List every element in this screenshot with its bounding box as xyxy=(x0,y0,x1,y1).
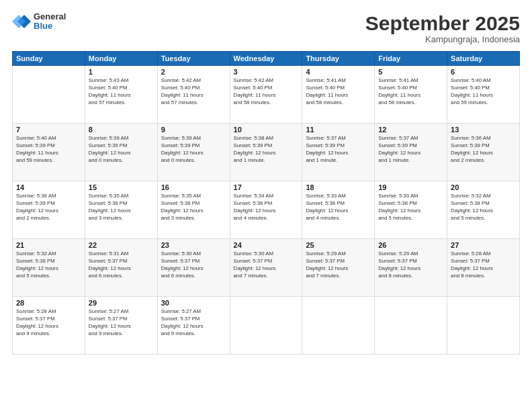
day-number: 23 xyxy=(161,241,226,249)
calendar-cell xyxy=(230,297,302,355)
day-number: 29 xyxy=(89,299,154,307)
calendar-week-3: 21Sunrise: 5:32 AM Sunset: 5:38 PM Dayli… xyxy=(13,239,520,297)
day-info: Sunrise: 5:29 AM Sunset: 5:37 PM Dayligh… xyxy=(306,250,371,280)
calendar-cell: 22Sunrise: 5:31 AM Sunset: 5:37 PM Dayli… xyxy=(85,239,157,297)
day-number: 15 xyxy=(89,183,154,191)
day-number: 17 xyxy=(234,183,299,191)
day-number: 20 xyxy=(451,183,516,191)
day-info: Sunrise: 5:33 AM Sunset: 5:38 PM Dayligh… xyxy=(378,193,443,222)
calendar-cell: 7Sunrise: 5:40 AM Sunset: 5:39 PM Daylig… xyxy=(13,124,85,181)
calendar-cell: 2Sunrise: 5:42 AM Sunset: 5:40 PM Daylig… xyxy=(157,66,230,124)
calendar-cell: 18Sunrise: 5:33 AM Sunset: 5:38 PM Dayli… xyxy=(302,181,375,239)
calendar-cell xyxy=(302,297,375,355)
calendar-cell: 15Sunrise: 5:35 AM Sunset: 5:38 PM Dayli… xyxy=(85,181,157,239)
calendar-cell: 5Sunrise: 5:41 AM Sunset: 5:40 PM Daylig… xyxy=(375,66,447,124)
day-info: Sunrise: 5:36 AM Sunset: 5:39 PM Dayligh… xyxy=(451,135,516,165)
calendar-cell: 26Sunrise: 5:29 AM Sunset: 5:37 PM Dayli… xyxy=(375,239,447,297)
day-info: Sunrise: 5:42 AM Sunset: 5:40 PM Dayligh… xyxy=(161,77,226,107)
header: General Blue September 2025 Kampungraja,… xyxy=(12,12,520,44)
logo-icon xyxy=(12,12,31,31)
day-info: Sunrise: 5:34 AM Sunset: 5:38 PM Dayligh… xyxy=(234,193,299,222)
calendar-week-4: 28Sunrise: 5:28 AM Sunset: 5:37 PM Dayli… xyxy=(13,297,520,355)
calendar-week-2: 14Sunrise: 5:36 AM Sunset: 5:39 PM Dayli… xyxy=(13,181,520,239)
calendar-cell: 12Sunrise: 5:37 AM Sunset: 5:39 PM Dayli… xyxy=(375,124,447,181)
day-info: Sunrise: 5:30 AM Sunset: 5:37 PM Dayligh… xyxy=(161,250,226,280)
day-number: 2 xyxy=(161,68,226,76)
day-info: Sunrise: 5:39 AM Sunset: 5:39 PM Dayligh… xyxy=(89,135,154,165)
calendar-cell: 17Sunrise: 5:34 AM Sunset: 5:38 PM Dayli… xyxy=(230,181,302,239)
day-info: Sunrise: 5:32 AM Sunset: 5:38 PM Dayligh… xyxy=(16,250,81,280)
calendar-cell xyxy=(447,297,520,355)
day-number: 4 xyxy=(306,68,371,76)
day-info: Sunrise: 5:40 AM Sunset: 5:40 PM Dayligh… xyxy=(451,77,516,107)
calendar-cell: 27Sunrise: 5:28 AM Sunset: 5:37 PM Dayli… xyxy=(447,239,520,297)
calendar-cell: 25Sunrise: 5:29 AM Sunset: 5:37 PM Dayli… xyxy=(302,239,375,297)
calendar-cell: 1Sunrise: 5:43 AM Sunset: 5:40 PM Daylig… xyxy=(85,66,157,124)
day-number: 18 xyxy=(306,183,371,191)
day-info: Sunrise: 5:30 AM Sunset: 5:37 PM Dayligh… xyxy=(234,250,299,280)
day-number: 13 xyxy=(451,126,516,134)
day-info: Sunrise: 5:43 AM Sunset: 5:40 PM Dayligh… xyxy=(89,77,154,107)
location: Kampungraja, Indonesia xyxy=(365,34,520,44)
col-header-sunday: Sunday xyxy=(13,52,85,66)
calendar-cell: 20Sunrise: 5:32 AM Sunset: 5:38 PM Dayli… xyxy=(447,181,520,239)
month-title: September 2025 xyxy=(365,12,520,34)
logo: General Blue xyxy=(12,12,66,32)
day-number: 19 xyxy=(378,183,443,191)
day-number: 12 xyxy=(378,126,443,134)
title-block: September 2025 Kampungraja, Indonesia xyxy=(365,12,520,44)
day-info: Sunrise: 5:41 AM Sunset: 5:40 PM Dayligh… xyxy=(306,77,371,107)
calendar-cell: 16Sunrise: 5:35 AM Sunset: 5:38 PM Dayli… xyxy=(157,181,230,239)
day-info: Sunrise: 5:35 AM Sunset: 5:38 PM Dayligh… xyxy=(89,193,154,222)
day-number: 8 xyxy=(89,126,154,134)
day-number: 7 xyxy=(16,126,81,134)
col-header-thursday: Thursday xyxy=(302,52,375,66)
day-info: Sunrise: 5:41 AM Sunset: 5:40 PM Dayligh… xyxy=(378,77,443,107)
day-info: Sunrise: 5:28 AM Sunset: 5:37 PM Dayligh… xyxy=(451,250,516,280)
calendar-cell: 24Sunrise: 5:30 AM Sunset: 5:37 PM Dayli… xyxy=(230,239,302,297)
day-info: Sunrise: 5:35 AM Sunset: 5:38 PM Dayligh… xyxy=(161,193,226,222)
day-number: 6 xyxy=(451,68,516,76)
calendar-cell xyxy=(13,66,85,124)
calendar-cell: 29Sunrise: 5:27 AM Sunset: 5:37 PM Dayli… xyxy=(85,297,157,355)
day-info: Sunrise: 5:32 AM Sunset: 5:38 PM Dayligh… xyxy=(451,193,516,222)
day-info: Sunrise: 5:37 AM Sunset: 5:39 PM Dayligh… xyxy=(378,135,443,165)
day-number: 16 xyxy=(161,183,226,191)
day-info: Sunrise: 5:29 AM Sunset: 5:37 PM Dayligh… xyxy=(378,250,443,280)
day-number: 3 xyxy=(234,68,299,76)
day-info: Sunrise: 5:39 AM Sunset: 5:39 PM Dayligh… xyxy=(161,135,226,165)
day-number: 26 xyxy=(378,241,443,249)
calendar-cell: 8Sunrise: 5:39 AM Sunset: 5:39 PM Daylig… xyxy=(85,124,157,181)
calendar-cell: 4Sunrise: 5:41 AM Sunset: 5:40 PM Daylig… xyxy=(302,66,375,124)
logo-line2: Blue xyxy=(34,21,66,31)
col-header-monday: Monday xyxy=(85,52,157,66)
day-info: Sunrise: 5:33 AM Sunset: 5:38 PM Dayligh… xyxy=(306,193,371,222)
day-number: 11 xyxy=(306,126,371,134)
day-info: Sunrise: 5:27 AM Sunset: 5:37 PM Dayligh… xyxy=(89,308,154,338)
calendar-cell: 30Sunrise: 5:27 AM Sunset: 5:37 PM Dayli… xyxy=(157,297,230,355)
day-info: Sunrise: 5:36 AM Sunset: 5:39 PM Dayligh… xyxy=(16,193,81,222)
calendar-cell: 28Sunrise: 5:28 AM Sunset: 5:37 PM Dayli… xyxy=(13,297,85,355)
day-info: Sunrise: 5:31 AM Sunset: 5:37 PM Dayligh… xyxy=(89,250,154,280)
calendar-cell: 13Sunrise: 5:36 AM Sunset: 5:39 PM Dayli… xyxy=(447,124,520,181)
calendar-cell: 19Sunrise: 5:33 AM Sunset: 5:38 PM Dayli… xyxy=(375,181,447,239)
col-header-wednesday: Wednesday xyxy=(230,52,302,66)
col-header-friday: Friday xyxy=(375,52,447,66)
day-info: Sunrise: 5:40 AM Sunset: 5:39 PM Dayligh… xyxy=(16,135,81,165)
col-header-saturday: Saturday xyxy=(447,52,520,66)
day-number: 28 xyxy=(16,299,81,307)
day-number: 27 xyxy=(451,241,516,249)
day-number: 22 xyxy=(89,241,154,249)
calendar-week-1: 7Sunrise: 5:40 AM Sunset: 5:39 PM Daylig… xyxy=(13,124,520,181)
day-number: 24 xyxy=(234,241,299,249)
calendar-cell: 6Sunrise: 5:40 AM Sunset: 5:40 PM Daylig… xyxy=(447,66,520,124)
day-info: Sunrise: 5:38 AM Sunset: 5:39 PM Dayligh… xyxy=(234,135,299,165)
calendar-header-row: SundayMondayTuesdayWednesdayThursdayFrid… xyxy=(13,52,520,66)
calendar-cell: 10Sunrise: 5:38 AM Sunset: 5:39 PM Dayli… xyxy=(230,124,302,181)
page: General Blue September 2025 Kampungraja,… xyxy=(0,0,532,411)
col-header-tuesday: Tuesday xyxy=(157,52,230,66)
calendar-cell: 11Sunrise: 5:37 AM Sunset: 5:39 PM Dayli… xyxy=(302,124,375,181)
day-number: 25 xyxy=(306,241,371,249)
day-info: Sunrise: 5:27 AM Sunset: 5:37 PM Dayligh… xyxy=(161,308,226,338)
day-number: 5 xyxy=(378,68,443,76)
